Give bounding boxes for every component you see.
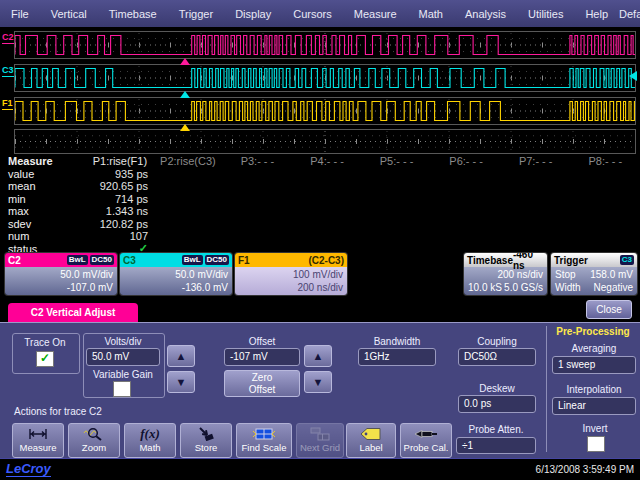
action-button-label: Label xyxy=(359,442,382,453)
trigger-time-marker-c3[interactable] xyxy=(180,91,190,98)
zoom-button[interactable]: Zoom xyxy=(68,423,120,458)
measure-button[interactable]: Measure xyxy=(12,423,64,458)
measure-value: 1.343 ns xyxy=(84,205,154,217)
grid-strip-c3[interactable] xyxy=(14,64,636,92)
measure-column-header[interactable]: P8:- - - xyxy=(570,155,640,167)
menu-item-measure[interactable]: Measure xyxy=(343,8,408,20)
trigger-level-marker-c3[interactable] xyxy=(629,71,637,81)
label-button[interactable]: Label xyxy=(346,423,396,458)
close-button[interactable]: Close xyxy=(586,300,632,319)
bwl-badge: BwL xyxy=(67,255,88,265)
menu-right: Default: Undo ↶ xyxy=(619,2,640,25)
probe-atten-field[interactable]: ÷1 xyxy=(456,437,536,454)
timebase-rate: 5.0 GS/s xyxy=(504,281,543,294)
descriptor-f1[interactable]: F1 (C2-C3) 100 mV/div 200 ns/div xyxy=(235,253,347,295)
offset-field[interactable]: -107 mV xyxy=(224,348,300,366)
measure-value: 920.65 ps xyxy=(84,180,154,192)
measure-column-header[interactable]: P2:rise(C3) xyxy=(153,155,223,167)
trace-on-checkbox[interactable]: ✓ xyxy=(36,351,54,367)
grid-strip-f1[interactable] xyxy=(14,97,636,125)
measure-column-header[interactable]: P1:rise(F1) xyxy=(84,155,154,167)
measure-column-header[interactable]: P5:- - - xyxy=(362,155,432,167)
store-button[interactable]: Store xyxy=(180,423,232,458)
offset-up-button[interactable]: ▲ xyxy=(304,345,332,367)
menu-item-display[interactable]: Display xyxy=(224,8,282,20)
volts-up-button[interactable]: ▲ xyxy=(167,345,195,367)
invert-checkbox[interactable] xyxy=(587,436,605,452)
measure-row-label: sdev xyxy=(0,218,84,230)
descriptor-timebase[interactable]: Timebase -460 ns 200 ns/div 10.0 kS 5.0 … xyxy=(464,253,547,295)
grid-strip-c2[interactable] xyxy=(14,31,636,59)
trigger-level: 158.0 mV xyxy=(590,268,633,281)
descriptor-c2[interactable]: C2 BwL DC50 50.0 mV/div -107.0 mV xyxy=(5,253,117,295)
interpolation-field[interactable]: Linear xyxy=(552,397,636,415)
menu-item-math[interactable]: Math xyxy=(408,8,454,20)
svg-text:f(x): f(x) xyxy=(140,427,160,441)
find-scale-button[interactable]: Find Scale xyxy=(236,423,292,458)
measure-value: 714 ps xyxy=(84,193,154,205)
menu-item-vertical[interactable]: Vertical xyxy=(40,8,98,20)
math-button[interactable]: f(x)Math xyxy=(124,423,176,458)
tab-c2-vertical-adjust[interactable]: C2 Vertical Adjust xyxy=(8,303,138,322)
descriptor-c3[interactable]: C3 BwL DC50 50.0 mV/div -136.0 mV xyxy=(120,253,232,295)
menu-item-utilities[interactable]: Utilities xyxy=(517,8,574,20)
menu-bar: FileVerticalTimebaseTriggerDisplayCursor… xyxy=(0,0,640,27)
menu-item-trigger[interactable]: Trigger xyxy=(168,8,224,20)
averaging-field[interactable]: 1 sweep xyxy=(552,356,636,374)
volts-div-field[interactable]: 50.0 mV xyxy=(86,348,160,366)
measure-row-sdev: sdev120.82 ps xyxy=(0,218,640,231)
variable-gain-checkbox[interactable] xyxy=(113,381,131,397)
trigger-type: Width xyxy=(555,281,581,294)
measure-column-header[interactable]: P6:- - - xyxy=(431,155,501,167)
zero-offset-button[interactable]: Zero Offset xyxy=(224,370,300,397)
bwl-badge: BwL xyxy=(182,255,203,265)
magnifier-icon xyxy=(69,425,119,442)
measure-column-header[interactable]: P7:- - - xyxy=(501,155,571,167)
trigger-label: Trigger xyxy=(554,255,588,266)
menu-item-help[interactable]: Help xyxy=(574,8,619,20)
measure-value: 935 ps xyxy=(84,168,154,180)
f1-tdiv: 200 ns/div xyxy=(239,281,343,294)
measure-column-header[interactable]: P4:- - - xyxy=(292,155,362,167)
trace-on-label: Trace On xyxy=(12,337,78,348)
measure-table: Measure P1:rise(F1)P2:rise(C3)P3:- - -P4… xyxy=(0,155,640,253)
averaging-label: Averaging xyxy=(552,343,636,354)
trigger-time-marker-f1[interactable] xyxy=(180,124,190,131)
volts-down-button[interactable]: ▼ xyxy=(167,371,195,393)
menu-item-analysis[interactable]: Analysis xyxy=(454,8,517,20)
menu-item-timebase[interactable]: Timebase xyxy=(98,8,168,20)
trace-label-c2[interactable]: C2 xyxy=(2,33,14,44)
zero-offset-line1: Zero xyxy=(225,372,299,384)
deskew-field[interactable]: 0.0 ps xyxy=(458,395,536,413)
measure-row-label: mean xyxy=(0,180,84,192)
coupling-field[interactable]: DC50Ω xyxy=(458,348,536,366)
action-button-label: Zoom xyxy=(82,442,106,453)
probe-cal-button[interactable]: Probe Cal. xyxy=(400,423,452,458)
action-button-label: Measure xyxy=(20,442,57,453)
measure-value: 120.82 ps xyxy=(84,218,154,230)
dialog-separator xyxy=(546,326,547,452)
menu-item-cursors[interactable]: Cursors xyxy=(282,8,343,20)
dc50-badge: DC50 xyxy=(205,255,229,265)
offset-down-button[interactable]: ▼ xyxy=(304,371,332,393)
descriptor-trigger[interactable]: Trigger C3 Stop 158.0 mV Width Negative xyxy=(551,253,637,295)
grid-strip-empty[interactable] xyxy=(14,129,636,154)
measure-column-header[interactable]: P3:- - - xyxy=(223,155,293,167)
action-button-label: Next Grid xyxy=(300,442,340,453)
measure-rows: value935 psmean920.65 psmin714 psmax1.34… xyxy=(0,168,640,256)
trigger-source-badge: C3 xyxy=(620,255,634,265)
c3-vdiv: 50.0 mV/div xyxy=(124,268,228,281)
measure-row-label: num xyxy=(0,230,84,242)
trace-label-f1[interactable]: F1 xyxy=(2,99,13,110)
trigger-time-marker-c2[interactable] xyxy=(180,58,190,65)
interpolation-label: Interpolation xyxy=(552,384,636,395)
trigger-slope: Negative xyxy=(594,281,633,294)
c2-offset: -107.0 mV xyxy=(9,281,113,294)
bandwidth-field[interactable]: 1GHz xyxy=(358,348,436,366)
fx-icon: f(x) xyxy=(125,425,175,442)
trace-label-c3[interactable]: C3 xyxy=(2,66,14,77)
probe-icon xyxy=(401,425,451,442)
menu-item-file[interactable]: File xyxy=(0,8,40,20)
measure-row-mean: mean920.65 ps xyxy=(0,180,640,193)
zero-offset-line2: Offset xyxy=(225,384,299,396)
